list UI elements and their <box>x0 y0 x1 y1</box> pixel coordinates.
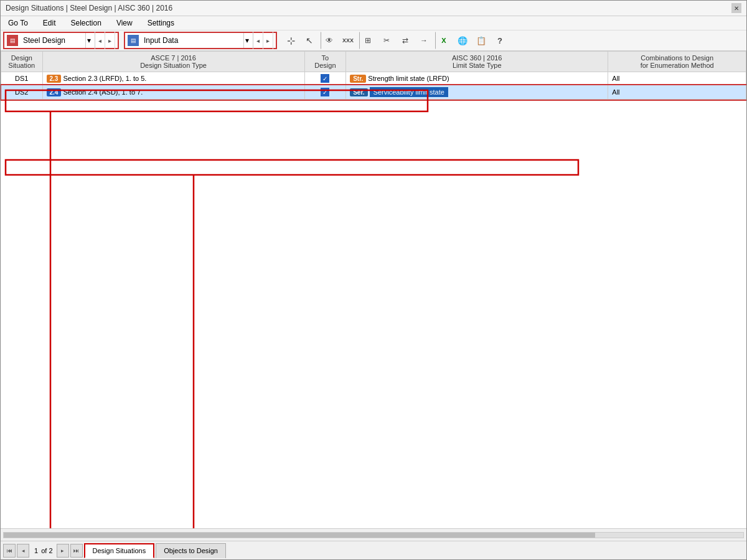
col-aisc-header: AISC 360 | 2016 Limit State Type <box>346 52 608 72</box>
app-window: Design Situations | Steel Design | AISC … <box>0 0 747 560</box>
select-tool-icon[interactable]: ⊹ <box>282 32 299 49</box>
ds1-combinations-cell: All <box>608 72 746 85</box>
input-data-dropdown[interactable]: ▤ Input Data ▾ ◂ ▸ <box>124 32 277 49</box>
annotation-overlay <box>1 51 746 528</box>
col-to-design-header: To Design <box>304 52 346 72</box>
tab-prev-btn[interactable]: ◂ <box>17 544 29 558</box>
input-data-dropdown-arrow[interactable]: ▾ <box>243 33 250 48</box>
steel-design-dropdown[interactable]: ▤ Steel Design ▾ ◂ ▸ <box>3 32 119 49</box>
ds2-limit-badge: Ser. <box>350 88 367 96</box>
text-tool-icon[interactable]: XXX <box>339 32 357 49</box>
report-tool-icon[interactable]: 📋 <box>472 32 490 49</box>
ds2-todesign-cell: ✓ <box>304 85 346 100</box>
menu-bar: Go To Edit Selection View Settings <box>1 16 746 30</box>
scroll-track[interactable] <box>3 532 744 538</box>
toolbar-icons: ⊹ ↖ 👁 XXX ⊞ ✂ ⇄ → X 🌐 📋 ? <box>282 32 509 49</box>
svg-rect-1 <box>6 160 578 175</box>
ds2-combinations-cell: All <box>608 85 746 100</box>
col-asce-header: ASCE 7 | 2016 Design Situation Type <box>42 52 304 72</box>
menu-selection[interactable]: Selection <box>68 17 104 29</box>
input-data-prev[interactable]: ◂ <box>253 32 263 49</box>
merge-tool-icon[interactable]: ⇄ <box>397 32 414 49</box>
input-data-label: Input Data <box>141 36 241 45</box>
steel-design-label: Steel Design <box>21 36 83 45</box>
table-header-row: Design Situation ASCE 7 | 2016 Design Si… <box>1 52 746 72</box>
table-row[interactable]: DS2 2.4 Section 2.4 (ASD), 1. to 7. ✓ <box>1 85 746 100</box>
horizontal-scrollbar[interactable] <box>1 528 746 541</box>
steel-design-icon: ▤ <box>7 35 18 46</box>
ds1-limit-badge: Str. <box>350 75 366 83</box>
col-design-situation-header: Design Situation <box>1 52 43 72</box>
globe-tool-icon[interactable]: 🌐 <box>454 32 471 49</box>
steel-design-next[interactable]: ▸ <box>105 32 115 49</box>
scroll-thumb[interactable] <box>4 533 595 538</box>
toolbar: ▤ Steel Design ▾ ◂ ▸ ▤ Input Data ▾ ◂ ▸ … <box>1 30 746 51</box>
menu-goto[interactable]: Go To <box>6 17 31 29</box>
close-button[interactable]: ✕ <box>731 3 741 13</box>
input-data-icon: ▤ <box>128 35 139 46</box>
tab-next-btn[interactable]: ▸ <box>57 544 69 558</box>
title-bar: Design Situations | Steel Design | AISC … <box>1 1 746 16</box>
steel-design-nav: ◂ ▸ <box>95 32 115 49</box>
tab-first-btn[interactable]: ⏮ <box>3 544 16 558</box>
page-current: 1 of 2 <box>31 547 57 554</box>
steel-design-dropdown-arrow[interactable]: ▾ <box>85 33 92 48</box>
ds2-description-cell: 2.4 Section 2.4 (ASD), 1. to 7. <box>42 85 304 100</box>
arrow-tool-icon[interactable]: ↖ <box>301 32 318 49</box>
input-data-next[interactable]: ▸ <box>263 32 273 49</box>
tab-bar: ⏮ ◂ 1 of 2 ▸ ⏭ Design Situations Objects… <box>1 541 746 559</box>
steel-design-prev[interactable]: ◂ <box>95 32 105 49</box>
ds1-checkbox[interactable]: ✓ <box>321 74 329 83</box>
ds1-todesign-cell: ✓ <box>304 72 346 85</box>
ds1-description-cell: 2.3 Section 2.3 (LRFD), 1. to 5. <box>42 72 304 85</box>
ds2-limitstate-cell: Ser. Serviceability limit state <box>346 85 608 100</box>
cut-tool-icon[interactable]: ✂ <box>378 32 395 49</box>
tab-design-situations[interactable]: Design Situations <box>84 543 155 558</box>
ds2-checkbox[interactable]: ✓ <box>321 88 329 96</box>
menu-view[interactable]: View <box>114 17 135 29</box>
copy-tool-icon[interactable]: ⊞ <box>359 32 377 49</box>
window-title: Design Situations | Steel Design | AISC … <box>6 4 172 12</box>
ds2-limit-state-text: Serviceability limit state <box>370 87 448 97</box>
ds2-badge: 2.4 <box>47 88 62 96</box>
export-tool-icon[interactable]: → <box>415 32 433 49</box>
table-row[interactable]: DS1 2.3 Section 2.3 (LRFD), 1. to 5. ✓ <box>1 72 746 85</box>
col-combinations-header: Combinations to Design for Enumeration M… <box>608 52 746 72</box>
ds1-limitstate-cell: Str. Strength limit state (LRFD) <box>346 72 608 85</box>
menu-edit[interactable]: Edit <box>40 17 59 29</box>
excel-tool-icon[interactable]: X <box>435 32 453 49</box>
ds1-badge: 2.3 <box>47 75 62 83</box>
ds1-id-cell: DS1 <box>1 72 43 85</box>
tab-objects-to-design[interactable]: Objects to Design <box>156 543 226 558</box>
main-content: Design Situation ASCE 7 | 2016 Design Si… <box>1 51 746 559</box>
eye-tool-icon[interactable]: 👁 <box>321 32 338 49</box>
help-tool-icon[interactable]: ? <box>491 32 509 49</box>
menu-settings[interactable]: Settings <box>145 17 177 29</box>
ds2-id-cell: DS2 <box>1 85 43 100</box>
design-situations-table: Design Situation ASCE 7 | 2016 Design Si… <box>1 51 746 100</box>
input-data-nav: ◂ ▸ <box>253 32 273 49</box>
tab-last-btn[interactable]: ⏭ <box>70 544 83 558</box>
